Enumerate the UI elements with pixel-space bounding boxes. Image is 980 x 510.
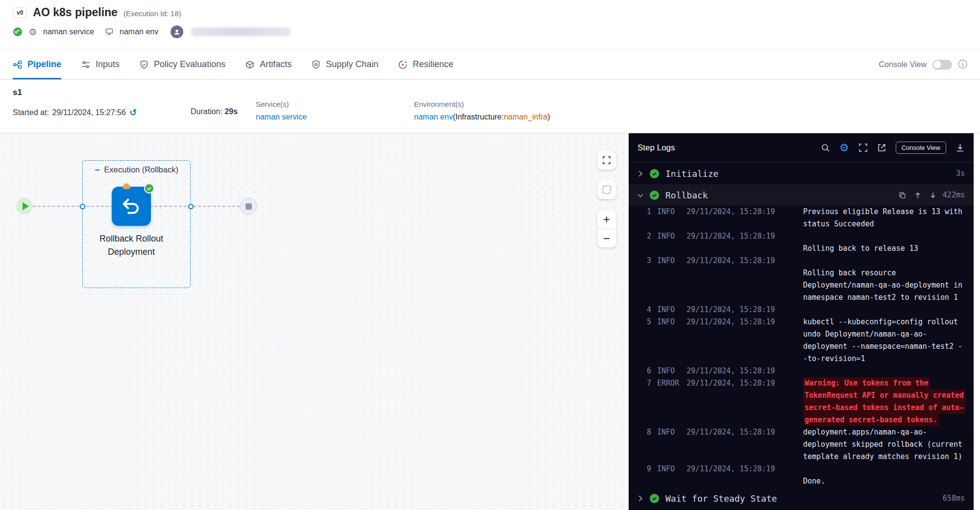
- log-timestamp: 29/11/2024, 15:28:19: [686, 365, 799, 377]
- chevron-right-icon: [637, 495, 643, 502]
- log-section-initialize[interactable]: Initialize 3s: [629, 163, 974, 184]
- log-line: 7 ERROR 29/11/2024, 15:28:19 Warning: Us…: [629, 377, 974, 389]
- step-type-badge-icon: [122, 183, 130, 192]
- environment-icon: [104, 27, 114, 37]
- canvas-zoom-in-button[interactable]: [597, 210, 616, 229]
- log-section-rollback[interactable]: Rollback 422ms: [629, 184, 974, 206]
- log-level: INFO: [657, 365, 683, 377]
- log-line-number: 8: [643, 426, 651, 438]
- canvas-fit-view-button[interactable]: [597, 151, 616, 170]
- log-timestamp: [686, 451, 799, 463]
- tab-artifacts[interactable]: Artifacts: [245, 49, 292, 79]
- log-line-number: 6: [643, 365, 651, 377]
- tab-pipeline[interactable]: Pipeline: [13, 49, 61, 79]
- log-timestamp: [686, 291, 799, 304]
- log-line: Deployment/naman-qa-ao-deployment in: [629, 279, 974, 291]
- step-node-label: Rollback Rollout Deployment: [82, 232, 180, 259]
- log-level: [657, 438, 683, 451]
- log-panel-header: Step Logs ⚙ Console View: [629, 133, 974, 163]
- gear-icon: ⚙: [28, 27, 38, 37]
- log-settings-gear-icon[interactable]: ⚙: [839, 142, 849, 154]
- log-line: 9 INFO 29/11/2024, 15:28:19: [629, 463, 974, 475]
- canvas-select-button[interactable]: [597, 180, 616, 199]
- log-line: template already matches revision 1): [629, 451, 974, 463]
- env-link[interactable]: naman env: [414, 113, 453, 121]
- log-timestamp: [686, 389, 799, 402]
- page-header: v0 AO k8s pipeline (Execution Id: 18) ⚙ …: [0, 0, 980, 49]
- port-dot-left: [80, 204, 85, 209]
- env-name: naman env: [120, 27, 158, 36]
- log-timestamp: [686, 475, 799, 487]
- environments-block: Environment(s) naman env(Infrastructure:…: [414, 88, 967, 133]
- log-line: namespace naman-test2 to revision 1: [629, 291, 974, 304]
- scroll-to-top-icon[interactable]: [914, 192, 921, 199]
- download-logs-icon[interactable]: [956, 143, 965, 152]
- log-timestamp: 29/11/2024, 15:28:19: [686, 304, 799, 316]
- console-view-button[interactable]: Console View: [896, 142, 946, 154]
- tab-label: Resilience: [413, 59, 453, 70]
- copy-logs-icon[interactable]: [899, 192, 906, 199]
- log-line: deployment skipped rollback (current: [629, 438, 974, 451]
- success-check-icon: [650, 169, 659, 178]
- service-link[interactable]: naman service: [256, 113, 414, 121]
- log-level: ERROR: [657, 377, 683, 389]
- log-line-number: [643, 475, 651, 487]
- log-level: [657, 279, 683, 291]
- log-line: 6 INFO 29/11/2024, 15:28:19: [629, 365, 974, 377]
- console-view-toggle[interactable]: [932, 60, 952, 70]
- resilience-icon: [398, 60, 408, 70]
- tab-inputs[interactable]: Inputs: [81, 49, 120, 79]
- section-name: Rollback: [665, 190, 708, 200]
- duration-block: Duration: 29s: [191, 88, 256, 133]
- tab-supply-chain[interactable]: Supply Chain: [311, 49, 378, 79]
- log-line: Done.: [629, 475, 974, 487]
- title-row: v0 AO k8s pipeline (Execution Id: 18): [13, 6, 967, 19]
- pipeline-icon: [13, 60, 23, 70]
- tab-resilience[interactable]: Resilience: [398, 49, 453, 79]
- tab-policy-evaluations[interactable]: Policy Evaluations: [139, 49, 225, 79]
- tab-label: Pipeline: [27, 59, 61, 70]
- log-level: [657, 389, 683, 402]
- log-level: [657, 414, 683, 426]
- section-duration: 658ms: [943, 494, 965, 503]
- log-section-wait-for-steady-state[interactable]: Wait for Steady State 658ms: [629, 487, 974, 509]
- log-message: deployment.apps/naman-qa-ao-: [803, 426, 927, 438]
- log-line: 5 INFO 29/11/2024, 15:28:19 kubectl --ku…: [629, 316, 974, 328]
- log-line-number: [643, 451, 651, 463]
- log-timestamp: [686, 267, 799, 279]
- log-message: secret-based tokens instead of auto-: [803, 402, 965, 414]
- rollback-arrow-icon: [120, 195, 143, 218]
- open-in-new-tab-icon[interactable]: [877, 143, 886, 152]
- infra-name[interactable]: naman_infra: [504, 113, 547, 121]
- log-line-number: 3: [643, 255, 651, 267]
- services-block: Service(s) naman service: [256, 88, 414, 133]
- stop-icon: [245, 203, 252, 210]
- log-message: undo Deployment/naman-qa-ao-: [803, 328, 927, 340]
- log-timestamp: 29/11/2024, 15:28:19: [686, 230, 799, 243]
- meta-row: ⚙ naman service naman env: [13, 25, 967, 38]
- log-message: kubectl --kubeconfig=config rollout: [803, 316, 958, 328]
- section-duration: 3s: [956, 169, 965, 178]
- pipeline-canvas[interactable]: − Execution (Rollback) Rollback Rollout …: [0, 133, 629, 510]
- redacted-user-info: [191, 27, 291, 36]
- canvas-zoom-out-button[interactable]: [597, 229, 616, 247]
- log-level: INFO: [657, 316, 683, 328]
- log-timestamp: [686, 340, 799, 353]
- scroll-to-bottom-icon[interactable]: [930, 192, 936, 199]
- tab-label: Supply Chain: [326, 59, 378, 70]
- log-line: undo Deployment/naman-qa-ao-: [629, 328, 974, 340]
- rollback-step-node[interactable]: [112, 187, 151, 226]
- services-label: Service(s): [256, 100, 414, 108]
- section-duration: 422ms: [943, 191, 965, 199]
- log-line-number: [643, 402, 651, 414]
- stage-name-block: s1 Started at: 29/11/2024, 15:27:56 ↺: [13, 88, 191, 133]
- log-level: INFO: [657, 206, 683, 218]
- search-icon[interactable]: [821, 143, 830, 152]
- collapse-group-icon[interactable]: −: [95, 167, 100, 173]
- section-name: Initialize: [665, 169, 718, 179]
- log-timestamp: [686, 218, 799, 230]
- info-icon[interactable]: ⓘ: [958, 58, 967, 71]
- log-timestamp: 29/11/2024, 15:28:19: [686, 426, 799, 438]
- fullscreen-icon[interactable]: [858, 143, 868, 152]
- history-icon[interactable]: ↺: [129, 107, 137, 118]
